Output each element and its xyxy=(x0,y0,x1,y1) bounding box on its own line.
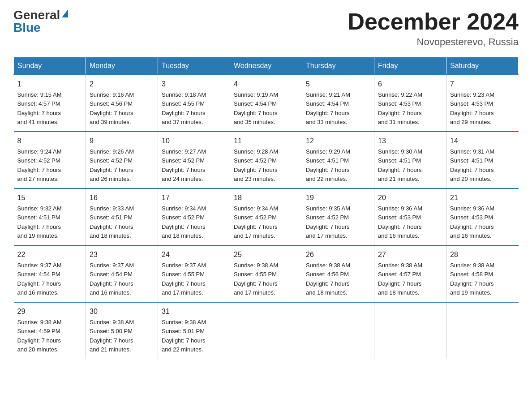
page-header: General Blue December 2024 Novopesterevo… xyxy=(13,9,519,48)
day-number: 20 xyxy=(378,193,442,203)
day-number: 30 xyxy=(90,306,154,317)
calendar-cell: 24Sunrise: 9:37 AMSunset: 4:55 PMDayligh… xyxy=(158,245,230,302)
day-info: Sunrise: 9:37 AMSunset: 4:54 PMDaylight:… xyxy=(90,262,134,296)
header-row: Sunday Monday Tuesday Wednesday Thursday… xyxy=(14,57,519,75)
col-monday: Monday xyxy=(86,57,158,75)
col-friday: Friday xyxy=(374,57,446,75)
calendar-cell: 10Sunrise: 9:27 AMSunset: 4:52 PMDayligh… xyxy=(158,132,230,188)
day-number: 18 xyxy=(234,193,298,203)
day-info: Sunrise: 9:37 AMSunset: 4:55 PMDaylight:… xyxy=(162,262,206,296)
calendar-cell xyxy=(302,302,374,359)
day-info: Sunrise: 9:32 AMSunset: 4:51 PMDaylight:… xyxy=(17,205,62,239)
calendar-table: Sunday Monday Tuesday Wednesday Thursday… xyxy=(13,57,519,359)
day-info: Sunrise: 9:24 AMSunset: 4:52 PMDaylight:… xyxy=(17,148,62,182)
calendar-cell: 5Sunrise: 9:21 AMSunset: 4:54 PMDaylight… xyxy=(302,75,374,132)
day-number: 16 xyxy=(90,193,154,203)
week-row-4: 22Sunrise: 9:37 AMSunset: 4:54 PMDayligh… xyxy=(14,245,519,302)
col-thursday: Thursday xyxy=(302,57,374,75)
day-number: 8 xyxy=(17,136,82,146)
calendar-cell xyxy=(374,302,446,359)
day-number: 26 xyxy=(306,249,370,260)
day-info: Sunrise: 9:35 AMSunset: 4:52 PMDaylight:… xyxy=(306,205,350,239)
day-info: Sunrise: 9:38 AMSunset: 4:56 PMDaylight:… xyxy=(306,262,350,296)
day-number: 22 xyxy=(17,249,82,260)
day-info: Sunrise: 9:37 AMSunset: 4:54 PMDaylight:… xyxy=(17,262,62,296)
day-info: Sunrise: 9:28 AMSunset: 4:52 PMDaylight:… xyxy=(234,148,278,182)
day-number: 9 xyxy=(90,136,154,146)
week-row-5: 29Sunrise: 9:38 AMSunset: 4:59 PMDayligh… xyxy=(14,302,519,359)
day-number: 24 xyxy=(162,249,226,260)
calendar-cell: 29Sunrise: 9:38 AMSunset: 4:59 PMDayligh… xyxy=(14,302,86,359)
day-number: 29 xyxy=(17,306,82,317)
day-number: 15 xyxy=(17,193,82,203)
calendar-cell: 20Sunrise: 9:36 AMSunset: 4:53 PMDayligh… xyxy=(374,188,446,245)
logo-blue: Blue xyxy=(13,21,41,34)
day-info: Sunrise: 9:38 AMSunset: 5:01 PMDaylight:… xyxy=(162,319,206,353)
day-number: 27 xyxy=(378,249,442,260)
day-info: Sunrise: 9:26 AMSunset: 4:52 PMDaylight:… xyxy=(90,148,134,182)
calendar-cell: 31Sunrise: 9:38 AMSunset: 5:01 PMDayligh… xyxy=(158,302,230,359)
day-info: Sunrise: 9:36 AMSunset: 4:53 PMDaylight:… xyxy=(450,205,494,239)
calendar-cell: 4Sunrise: 9:19 AMSunset: 4:54 PMDaylight… xyxy=(230,75,302,132)
day-info: Sunrise: 9:27 AMSunset: 4:52 PMDaylight:… xyxy=(162,148,206,182)
month-title: December 2024 xyxy=(348,9,519,34)
calendar-cell: 22Sunrise: 9:37 AMSunset: 4:54 PMDayligh… xyxy=(14,245,86,302)
day-number: 28 xyxy=(450,249,515,260)
day-info: Sunrise: 9:34 AMSunset: 4:52 PMDaylight:… xyxy=(234,205,278,239)
logo-triangle-icon xyxy=(62,9,68,17)
day-number: 10 xyxy=(162,136,226,146)
col-tuesday: Tuesday xyxy=(158,57,230,75)
day-number: 5 xyxy=(306,79,370,90)
day-info: Sunrise: 9:31 AMSunset: 4:51 PMDaylight:… xyxy=(450,148,494,182)
calendar-cell: 16Sunrise: 9:33 AMSunset: 4:51 PMDayligh… xyxy=(86,188,158,245)
logo-general: General xyxy=(13,9,60,21)
day-info: Sunrise: 9:38 AMSunset: 4:58 PMDaylight:… xyxy=(450,262,494,296)
calendar-cell: 6Sunrise: 9:22 AMSunset: 4:53 PMDaylight… xyxy=(374,75,446,132)
day-info: Sunrise: 9:38 AMSunset: 5:00 PMDaylight:… xyxy=(90,319,134,353)
day-number: 6 xyxy=(378,79,442,90)
day-info: Sunrise: 9:36 AMSunset: 4:53 PMDaylight:… xyxy=(378,205,422,239)
calendar-cell: 15Sunrise: 9:32 AMSunset: 4:51 PMDayligh… xyxy=(14,188,86,245)
day-number: 2 xyxy=(90,79,154,90)
col-sunday: Sunday xyxy=(14,57,86,75)
day-info: Sunrise: 9:29 AMSunset: 4:51 PMDaylight:… xyxy=(306,148,350,182)
day-number: 4 xyxy=(234,79,298,90)
day-number: 25 xyxy=(234,249,298,260)
calendar-header: Sunday Monday Tuesday Wednesday Thursday… xyxy=(14,57,519,75)
calendar-cell: 12Sunrise: 9:29 AMSunset: 4:51 PMDayligh… xyxy=(302,132,374,188)
calendar-cell: 9Sunrise: 9:26 AMSunset: 4:52 PMDaylight… xyxy=(86,132,158,188)
day-number: 7 xyxy=(450,79,515,90)
week-row-2: 8Sunrise: 9:24 AMSunset: 4:52 PMDaylight… xyxy=(14,132,519,188)
calendar-cell: 11Sunrise: 9:28 AMSunset: 4:52 PMDayligh… xyxy=(230,132,302,188)
week-row-1: 1Sunrise: 9:15 AMSunset: 4:57 PMDaylight… xyxy=(14,75,519,132)
logo: General Blue xyxy=(13,9,68,34)
day-number: 14 xyxy=(450,136,515,146)
day-number: 13 xyxy=(378,136,442,146)
col-wednesday: Wednesday xyxy=(230,57,302,75)
calendar-body: 1Sunrise: 9:15 AMSunset: 4:57 PMDaylight… xyxy=(14,75,519,359)
calendar-cell: 23Sunrise: 9:37 AMSunset: 4:54 PMDayligh… xyxy=(86,245,158,302)
day-number: 1 xyxy=(17,79,82,90)
day-number: 3 xyxy=(162,79,226,90)
calendar-cell: 8Sunrise: 9:24 AMSunset: 4:52 PMDaylight… xyxy=(14,132,86,188)
day-info: Sunrise: 9:18 AMSunset: 4:55 PMDaylight:… xyxy=(162,91,206,125)
day-info: Sunrise: 9:34 AMSunset: 4:52 PMDaylight:… xyxy=(162,205,206,239)
day-number: 23 xyxy=(90,249,154,260)
calendar-cell xyxy=(446,302,519,359)
calendar-cell: 27Sunrise: 9:38 AMSunset: 4:57 PMDayligh… xyxy=(374,245,446,302)
day-info: Sunrise: 9:15 AMSunset: 4:57 PMDaylight:… xyxy=(17,91,62,125)
day-info: Sunrise: 9:16 AMSunset: 4:56 PMDaylight:… xyxy=(90,91,134,125)
day-info: Sunrise: 9:38 AMSunset: 4:55 PMDaylight:… xyxy=(234,262,278,296)
calendar-cell: 19Sunrise: 9:35 AMSunset: 4:52 PMDayligh… xyxy=(302,188,374,245)
calendar-cell: 17Sunrise: 9:34 AMSunset: 4:52 PMDayligh… xyxy=(158,188,230,245)
location: Novopesterevo, Russia xyxy=(348,36,519,48)
day-info: Sunrise: 9:22 AMSunset: 4:53 PMDaylight:… xyxy=(378,91,422,125)
day-number: 12 xyxy=(306,136,370,146)
day-info: Sunrise: 9:30 AMSunset: 4:51 PMDaylight:… xyxy=(378,148,422,182)
calendar-cell: 7Sunrise: 9:23 AMSunset: 4:53 PMDaylight… xyxy=(446,75,519,132)
day-number: 19 xyxy=(306,193,370,203)
calendar-cell: 2Sunrise: 9:16 AMSunset: 4:56 PMDaylight… xyxy=(86,75,158,132)
day-number: 11 xyxy=(234,136,298,146)
calendar-cell: 18Sunrise: 9:34 AMSunset: 4:52 PMDayligh… xyxy=(230,188,302,245)
day-info: Sunrise: 9:21 AMSunset: 4:54 PMDaylight:… xyxy=(306,91,350,125)
